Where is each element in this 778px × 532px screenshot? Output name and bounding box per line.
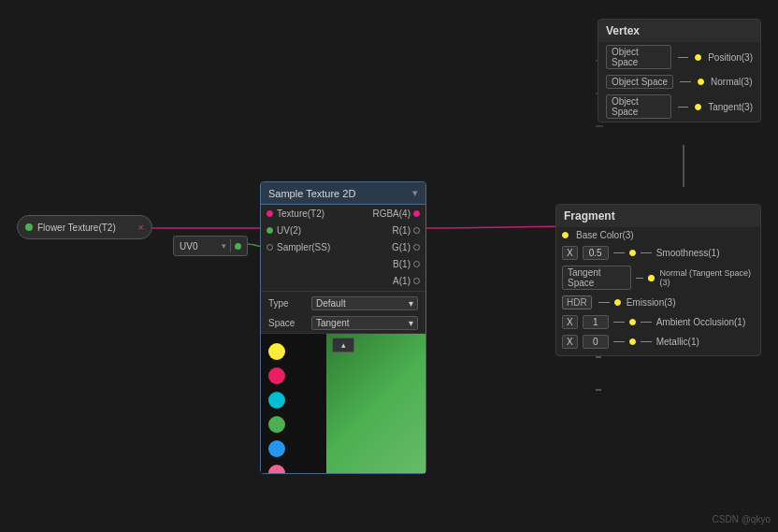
sample-texture-title: Sample Texture 2D <box>268 188 355 199</box>
metallic-socket[interactable] <box>629 338 636 345</box>
sample-texture-header[interactable]: Sample Texture 2D ▾ <box>261 182 425 205</box>
normal-tangent-socket[interactable] <box>648 275 655 281</box>
smoothness-connector-right <box>641 252 652 253</box>
metallic-value[interactable]: 0 <box>583 335 609 349</box>
ao-label: Ambient Occlusion(1) <box>656 317 746 327</box>
b1-output-socket[interactable] <box>413 261 420 267</box>
tangent-object-space-pill: Object Space <box>606 94 671 119</box>
fragment-title: Fragment <box>564 209 615 223</box>
uv-label: UV0 <box>180 241 218 252</box>
normal-tangent-row: Tangent Space Normal (Tangent Space)(3) <box>556 263 760 293</box>
fragment-header: Fragment <box>556 205 760 227</box>
ao-socket[interactable] <box>629 319 636 325</box>
vertex-title: Vertex <box>606 24 640 37</box>
g1-output-label: G(1) <box>392 242 411 252</box>
metallic-connector <box>613 341 625 342</box>
space-param-row: Space Tangent ▾ <box>261 313 425 333</box>
tangent-input-row: Object Space Tangent(3) <box>598 92 760 122</box>
type-dropdown-icon: ▾ <box>409 298 413 309</box>
position-label: Position(3) <box>708 52 753 63</box>
fragment-panel: Fragment Base Color(3) X 0.5 Smoothness(… <box>555 204 761 356</box>
smoothness-label: Smoothness(1) <box>656 248 720 258</box>
g1-output-socket[interactable] <box>413 244 420 251</box>
vertex-panel: Vertex Object Space Position(3) Object S… <box>598 19 761 122</box>
preview-color-circles <box>268 343 285 473</box>
smoothness-socket[interactable] <box>629 250 636 256</box>
uv-dropdown-icon[interactable]: ▾ <box>222 241 226 251</box>
emission-label: Emission(3) <box>627 297 676 308</box>
metallic-x-label: X <box>562 335 578 349</box>
normal-object-space-pill: Object Space <box>606 75 673 89</box>
vertex-header: Vertex <box>598 20 760 42</box>
normal-socket[interactable] <box>698 79 704 85</box>
tangent-socket[interactable] <box>695 104 701 110</box>
preview-circle-pink <box>268 465 285 473</box>
hdr-pill: HDR <box>562 295 592 309</box>
base-color-row: Base Color(3) <box>556 227 760 243</box>
flower-texture-output-socket[interactable] <box>25 223 33 231</box>
ao-connector2 <box>641 322 652 323</box>
preview-circle-magenta <box>268 367 285 384</box>
preview-area: ▴ <box>261 333 425 473</box>
sample-texture-dropdown-icon[interactable]: ▾ <box>412 187 418 199</box>
ao-value[interactable]: 1 <box>583 315 609 329</box>
smoothness-x-label: X <box>562 246 578 260</box>
emission-row: HDR Emission(3) <box>556 293 760 312</box>
texture-input-label: Texture(T2) <box>277 208 324 219</box>
a1-output-label: A(1) <box>393 276 411 286</box>
sampler-input-row: Sampler(SS) G(1) <box>261 238 425 255</box>
position-input-row: Object Space Position(3) <box>598 42 760 72</box>
space-label: Space <box>268 318 306 328</box>
metallic-row: X 0 Metallic(1) <box>556 332 760 352</box>
tangent-label: Tangent(3) <box>708 102 753 112</box>
flower-texture-close-icon[interactable]: × <box>138 222 144 233</box>
preview-content <box>261 334 425 473</box>
normal-tangent-label: Normal (Tangent Space)(3) <box>660 268 755 287</box>
a1-output-socket[interactable] <box>413 278 420 284</box>
normal-label: Normal(3) <box>711 77 752 87</box>
sampler-input-label: Sampler(SS) <box>277 242 330 252</box>
preview-up-button[interactable]: ▴ <box>332 338 354 352</box>
smoothness-row: X 0.5 Smoothness(1) <box>556 243 760 263</box>
b1-row: B(1) <box>261 255 425 272</box>
texture-input-row: Texture(T2) RGBA(4) <box>261 205 425 222</box>
uv-input-row: UV(2) R(1) <box>261 222 425 238</box>
ao-x-label: X <box>562 315 578 329</box>
normal-connector <box>680 81 691 82</box>
normal-input-row: Object Space Normal(3) <box>598 72 760 92</box>
base-color-socket[interactable] <box>562 232 569 238</box>
smoothness-connector-left <box>613 252 625 253</box>
space-value: Tangent <box>316 318 350 328</box>
preview-circle-cyan <box>268 392 285 409</box>
type-select[interactable]: Default ▾ <box>311 296 418 310</box>
uv-input-socket[interactable] <box>267 227 273 234</box>
ao-connector <box>613 322 625 323</box>
position-connector <box>678 57 689 58</box>
position-object-space-pill: Object Space <box>606 45 671 69</box>
rgba-output-socket[interactable] <box>413 210 420 217</box>
uv-node[interactable]: UV0 ▾ <box>173 236 248 256</box>
r1-output-socket[interactable] <box>413 227 420 234</box>
position-socket[interactable] <box>695 54 701 61</box>
metallic-connector2 <box>641 341 652 342</box>
sample-texture-node: Sample Texture 2D ▾ Texture(T2) RGBA(4) … <box>260 181 426 474</box>
uv-output-socket[interactable] <box>235 243 241 250</box>
watermark: CSDN @qkyo <box>713 514 771 525</box>
preview-circle-green <box>268 416 285 433</box>
emission-connector <box>598 302 610 303</box>
preview-circle-blue <box>268 440 285 457</box>
space-select[interactable]: Tangent ▾ <box>311 316 418 330</box>
texture-input-socket[interactable] <box>267 210 273 217</box>
type-label: Type <box>268 298 306 309</box>
preview-green-rect <box>326 334 425 473</box>
base-color-label: Base Color(3) <box>576 230 634 240</box>
flower-texture-label: Flower Texture(T2) <box>37 223 134 233</box>
normal-tangent-connector <box>636 278 642 279</box>
flower-texture-node[interactable]: Flower Texture(T2) × <box>17 215 152 239</box>
space-dropdown-icon: ▾ <box>409 318 413 328</box>
emission-socket[interactable] <box>614 299 621 306</box>
sampler-input-socket[interactable] <box>267 244 273 251</box>
type-param-row: Type Default ▾ <box>261 294 425 313</box>
type-value: Default <box>316 298 346 309</box>
smoothness-value[interactable]: 0.5 <box>583 246 609 260</box>
